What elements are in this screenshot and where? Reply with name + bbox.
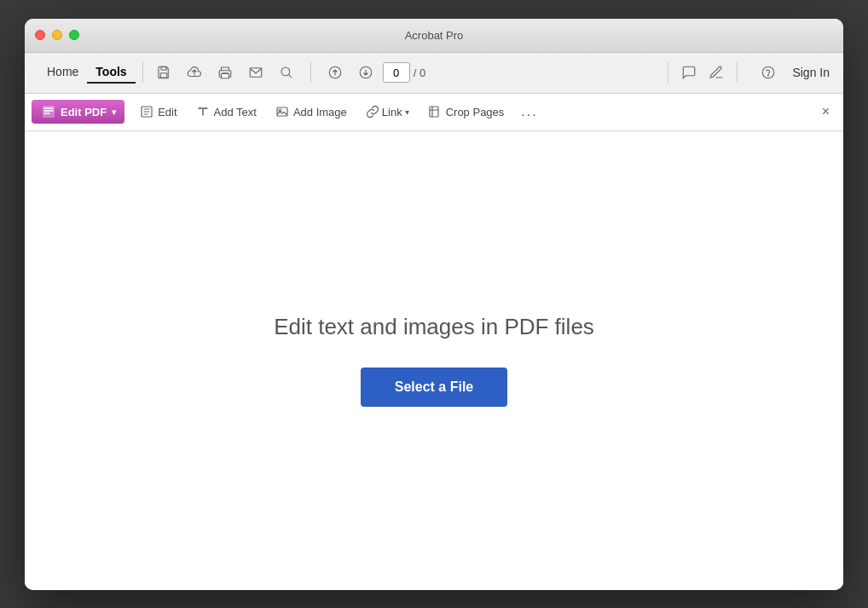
edit-pdf-icon — [40, 103, 57, 120]
help-button[interactable] — [755, 59, 782, 86]
edit-button[interactable]: Edit — [131, 101, 185, 122]
print-button[interactable] — [211, 59, 239, 86]
pen-button[interactable] — [703, 59, 730, 86]
link-dropdown-icon: ▾ — [405, 107, 409, 117]
minimize-button[interactable] — [52, 30, 62, 40]
search-button[interactable] — [273, 59, 300, 86]
svg-point-8 — [763, 67, 775, 78]
secondary-toolbar: Edit PDF ▾ Edit Add Text — [25, 94, 843, 131]
nav-divider-2 — [310, 62, 311, 83]
nav-divider-3 — [668, 62, 668, 83]
search-icon — [279, 65, 294, 80]
page-total: / 0 — [414, 67, 425, 79]
edit-pdf-label: Edit PDF — [61, 106, 107, 119]
toolbar-icons: / 0 — [150, 59, 662, 86]
edit-icon — [140, 105, 153, 119]
nav-home[interactable]: Home — [38, 61, 87, 84]
select-file-button[interactable]: Select a File — [361, 368, 508, 407]
edit-label: Edit — [158, 106, 176, 119]
titlebar: Acrobat Pro — [25, 19, 843, 53]
main-heading: Edit text and images in PDF files — [274, 314, 594, 340]
link-label: Link — [382, 106, 402, 119]
add-image-icon — [275, 105, 289, 119]
help-icon — [761, 65, 776, 80]
comment-button[interactable] — [675, 59, 703, 86]
edit-pdf-dropdown-icon: ▾ — [112, 107, 116, 117]
add-text-button[interactable]: Add Text — [188, 101, 265, 122]
nav-divider-1 — [142, 62, 143, 83]
edit-pdf-svg — [41, 104, 56, 119]
app-window: Acrobat Pro Home Tools — [25, 19, 843, 590]
link-button[interactable]: Link ▾ — [357, 101, 418, 122]
close-toolbar-button[interactable]: × — [815, 101, 836, 123]
edit-pdf-button[interactable]: Edit PDF ▾ — [32, 100, 124, 124]
add-text-label: Add Text — [214, 106, 257, 119]
mail-icon — [248, 65, 263, 80]
add-text-icon — [196, 105, 210, 119]
upload-arrow-icon — [327, 65, 343, 80]
upload-cloud-button[interactable] — [181, 59, 208, 86]
svg-rect-0 — [161, 67, 166, 70]
upload-arrow-button[interactable] — [321, 59, 349, 86]
upload-cloud-icon — [187, 65, 202, 80]
more-options-button[interactable]: ... — [514, 101, 544, 123]
page-number-input[interactable] — [383, 62, 410, 83]
svg-rect-10 — [43, 106, 55, 118]
crop-pages-icon — [428, 105, 442, 119]
mail-button[interactable] — [242, 59, 269, 86]
svg-point-9 — [768, 75, 769, 76]
download-arrow-button[interactable] — [352, 59, 379, 86]
download-arrow-icon — [358, 65, 373, 80]
sign-in-button[interactable]: Sign In — [792, 66, 830, 79]
crop-pages-button[interactable]: Crop Pages — [420, 101, 513, 122]
add-image-label: Add Image — [293, 106, 347, 119]
comment-icon — [681, 65, 697, 80]
main-content: Edit text and images in PDF files Select… — [25, 131, 843, 590]
navbar: Home Tools — [25, 53, 843, 94]
nav-divider-4 — [737, 62, 738, 83]
svg-rect-1 — [160, 73, 167, 78]
print-icon — [217, 65, 233, 80]
add-image-button[interactable]: Add Image — [267, 101, 356, 122]
pen-icon — [709, 65, 724, 80]
svg-rect-12 — [277, 107, 287, 116]
svg-rect-14 — [430, 107, 438, 117]
crop-pages-label: Crop Pages — [446, 106, 505, 119]
svg-rect-4 — [250, 68, 262, 78]
traffic-lights — [35, 30, 79, 40]
save-icon — [156, 65, 171, 80]
page-input-group: / 0 — [383, 62, 425, 83]
window-title: Acrobat Pro — [405, 29, 464, 42]
maximize-button[interactable] — [69, 30, 79, 40]
nav-tools[interactable]: Tools — [87, 61, 135, 84]
toolbar-right: Sign In — [730, 59, 830, 86]
close-button[interactable] — [35, 30, 45, 40]
svg-rect-3 — [221, 74, 229, 78]
link-icon — [366, 105, 379, 119]
save-button[interactable] — [150, 59, 177, 86]
